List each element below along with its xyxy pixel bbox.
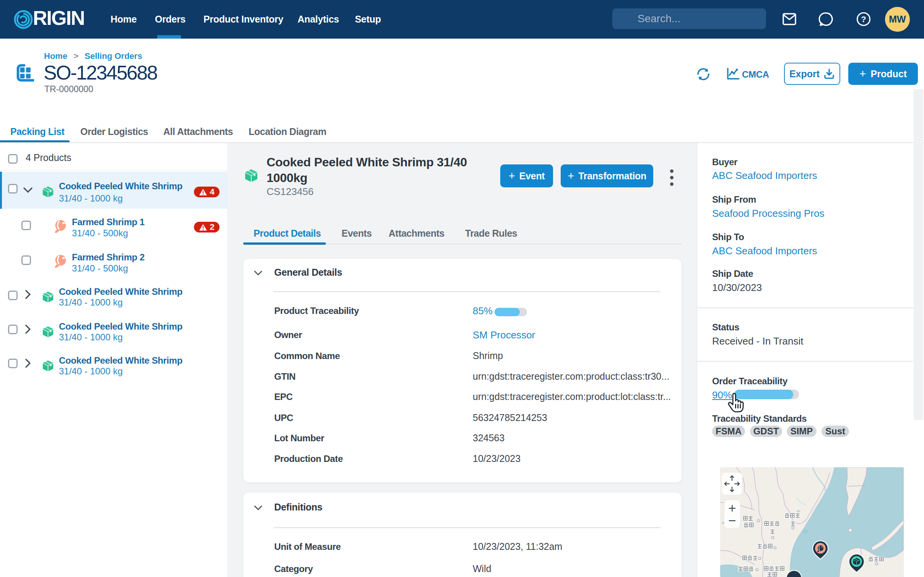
- svg-text:?: ?: [861, 15, 866, 24]
